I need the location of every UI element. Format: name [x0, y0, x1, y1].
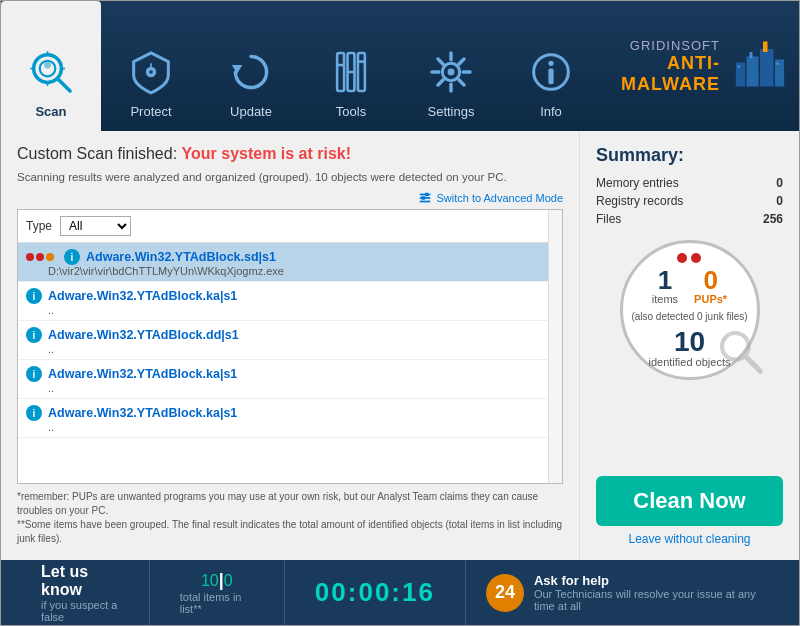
svg-rect-37 — [750, 52, 753, 58]
result-item-2[interactable]: i Adware.Win32.YTAdBlock.dd|s1 .. — [18, 321, 562, 360]
pups-label: PUPs* — [694, 293, 727, 305]
memory-row: Memory entries 0 — [596, 176, 783, 190]
scan-title-risk: Your system is at risk! — [182, 145, 352, 162]
svg-line-3 — [58, 79, 70, 91]
item-info-icon-2: i — [26, 327, 42, 343]
dot-orange — [46, 253, 54, 261]
dot-red — [26, 253, 34, 261]
threat-path-2: .. — [26, 343, 554, 355]
type-select[interactable]: All Threats PUPs — [60, 216, 131, 236]
nav-info-label: Info — [540, 104, 562, 119]
svg-rect-33 — [747, 57, 759, 87]
stat-dot-red — [677, 253, 687, 263]
result-item-1[interactable]: i Adware.Win32.YTAdBlock.ka|s1 .. — [18, 282, 562, 321]
total-label: total items in list** — [180, 591, 254, 615]
svg-line-25 — [459, 80, 464, 85]
summary-title: Summary: — [596, 145, 783, 166]
svg-rect-39 — [777, 63, 779, 65]
results-toolbar: Type All Threats PUPs — [18, 210, 562, 243]
item-info-icon: i — [64, 249, 80, 265]
item-info-icon-1: i — [26, 288, 42, 304]
help-text: Our Technicians will resolve your issue … — [534, 588, 759, 612]
pups-num: 0 — [694, 267, 727, 293]
threat-name-0: Adware.Win32.YTAdBlock.sd|s1 — [86, 250, 276, 264]
dot-red2 — [36, 253, 44, 261]
threat-dots — [26, 253, 54, 261]
note-pup: *remember: PUPs are unwanted programs yo… — [17, 490, 563, 518]
nav-scan[interactable]: Scan — [1, 1, 101, 131]
protect-icon — [125, 46, 177, 98]
stat-pair: 1 items 0 PUPs* — [652, 267, 727, 305]
registry-label: Registry records — [596, 194, 683, 208]
result-item-4[interactable]: i Adware.Win32.YTAdBlock.ka|s1 .. — [18, 399, 562, 438]
header: Scan Protect Update — [1, 1, 799, 131]
files-val: 256 — [763, 212, 783, 226]
nav-tools[interactable]: Tools — [301, 1, 401, 131]
items-block: 1 items — [652, 267, 678, 305]
stats-circle: 1 items 0 PUPs* (also detected 0 junk fi… — [620, 240, 760, 380]
scrollbar[interactable] — [548, 210, 562, 483]
left-panel: Custom Scan finished: Your system is at … — [1, 131, 579, 560]
scan-result-title: Custom Scan finished: Your system is at … — [17, 145, 563, 163]
item-info-icon-3: i — [26, 366, 42, 382]
svg-marker-11 — [232, 65, 242, 74]
brand-product: ANTI-MALWARE — [621, 53, 720, 95]
clean-now-button[interactable]: Clean Now — [596, 476, 783, 526]
nav-tools-label: Tools — [336, 104, 366, 119]
svg-point-2 — [44, 62, 51, 69]
bottom-timer: 00:00:16 — [285, 560, 466, 625]
type-label: Type — [26, 219, 52, 233]
switch-link-label: Switch to Advanced Mode — [436, 192, 563, 204]
registry-val: 0 — [776, 194, 783, 208]
leave-link[interactable]: Leave without cleaning — [596, 532, 783, 546]
svg-point-19 — [448, 69, 455, 76]
items-label: items — [652, 293, 678, 305]
switch-advanced-link[interactable]: Switch to Advanced Mode — [418, 191, 563, 205]
nav-info[interactable]: Info — [501, 1, 601, 131]
threat-name-3: Adware.Win32.YTAdBlock.ka|s1 — [48, 367, 237, 381]
svg-rect-14 — [358, 53, 365, 91]
svg-rect-12 — [337, 53, 344, 91]
result-item-0[interactable]: i Adware.Win32.YTAdBlock.sd|s1 D:\vir2\v… — [18, 243, 562, 282]
note1: *remember: PUPs are unwanted programs yo… — [17, 490, 563, 546]
svg-rect-38 — [738, 66, 740, 68]
help-icon: 24 — [486, 574, 524, 612]
counter-num2: 0 — [224, 572, 233, 589]
nav-protect[interactable]: Protect — [101, 1, 201, 131]
svg-rect-35 — [775, 60, 784, 87]
nav-update[interactable]: Update — [201, 1, 301, 131]
memory-val: 0 — [776, 176, 783, 190]
brand: GRIDINSOFT ANTI-MALWARE — [601, 1, 800, 131]
bottom-bar: Let us know if you suspect a false 10|0 … — [1, 560, 799, 625]
tools-icon — [325, 46, 377, 98]
nav-protect-label: Protect — [130, 104, 171, 119]
bottom-let-us: Let us know if you suspect a false — [21, 560, 150, 625]
result-item-3[interactable]: i Adware.Win32.YTAdBlock.ka|s1 .. — [18, 360, 562, 399]
scan-title-static: Custom Scan finished: — [17, 145, 177, 162]
nav-settings-label: Settings — [428, 104, 475, 119]
let-us-know-title: Let us know — [41, 563, 129, 599]
info-icon — [525, 46, 577, 98]
brand-company: GRIDINSOFT — [621, 38, 720, 53]
also-detected: (also detected 0 junk files) — [631, 311, 747, 322]
note-grouped: **Some items have been grouped. The fina… — [17, 518, 563, 546]
registry-row: Registry records 0 — [596, 194, 783, 208]
nav-settings[interactable]: Settings — [401, 1, 501, 131]
svg-rect-44 — [422, 196, 426, 200]
help-text-block: Ask for help Our Technicians will resolv… — [534, 573, 759, 612]
pups-block: 0 PUPs* — [694, 267, 727, 305]
dot-pair — [677, 253, 701, 263]
scan-icon — [25, 46, 77, 98]
settings-icon — [425, 46, 477, 98]
help-title: Ask for help — [534, 573, 759, 588]
update-icon — [225, 46, 277, 98]
timer-value: 00:00:16 — [315, 577, 435, 608]
threat-name-1: Adware.Win32.YTAdBlock.ka|s1 — [48, 289, 237, 303]
threat-path-4: .. — [26, 421, 554, 433]
item-info-icon-4: i — [26, 405, 42, 421]
bottom-help: 24 Ask for help Our Technicians will res… — [466, 573, 779, 612]
threat-path-0: D:\vir2\vir\vir\bdChTTLMyYUn\WKkqXjogmz.… — [26, 265, 554, 277]
magnify-icon — [717, 328, 767, 387]
svg-rect-34 — [760, 49, 774, 87]
nav-scan-label: Scan — [35, 104, 66, 119]
